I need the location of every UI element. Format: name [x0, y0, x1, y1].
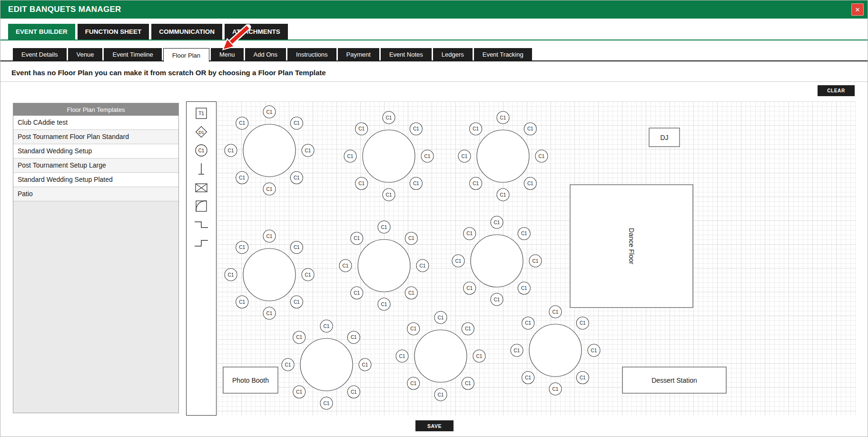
- chair[interactable]: C1: [405, 287, 417, 299]
- chair[interactable]: C1: [351, 232, 363, 245]
- chair[interactable]: C1: [293, 386, 306, 398]
- chair[interactable]: C1: [236, 117, 248, 129]
- chair[interactable]: C1: [529, 255, 542, 267]
- chair[interactable]: C1: [491, 293, 503, 306]
- chair[interactable]: C1: [378, 221, 390, 233]
- floor-plan-canvas[interactable]: C1C1C1C1C1C1C1C1C1C1C1C1C1C1C1C1C1C1C1C1…: [217, 101, 856, 416]
- chair[interactable]: C1: [225, 268, 237, 281]
- chair[interactable]: C1: [347, 331, 360, 344]
- stage-tool[interactable]: [192, 180, 210, 195]
- sub-tab-event-details[interactable]: Event Details: [13, 48, 67, 60]
- chair[interactable]: C1: [421, 150, 434, 162]
- chair[interactable]: C1: [473, 350, 485, 362]
- chair[interactable]: C1: [344, 150, 356, 162]
- chair[interactable]: C1: [462, 377, 474, 389]
- step-line-tool[interactable]: [192, 217, 210, 232]
- chair[interactable]: C1: [290, 296, 303, 308]
- chair[interactable]: C1: [407, 377, 420, 389]
- chair-c1-tool[interactable]: C1: [192, 143, 210, 158]
- table-t1-tool[interactable]: T1: [192, 106, 210, 121]
- chair[interactable]: C1: [549, 383, 562, 395]
- close-icon[interactable]: ✕: [851, 3, 864, 16]
- chair[interactable]: C1: [378, 298, 390, 310]
- dance-floor[interactable]: Dance Floor: [570, 185, 693, 308]
- sub-tab-instructions[interactable]: Instructions: [287, 48, 336, 60]
- sub-tab-add-ons[interactable]: Add Ons: [245, 48, 286, 60]
- chair[interactable]: C1: [347, 386, 360, 398]
- chair[interactable]: C1: [491, 216, 503, 228]
- chair[interactable]: C1: [497, 189, 509, 201]
- chair[interactable]: C1: [407, 323, 420, 335]
- round-table[interactable]: C1C1C1C1C1C1C1C1: [225, 230, 314, 319]
- save-button[interactable]: SAVE: [415, 420, 454, 431]
- chair[interactable]: C1: [524, 177, 536, 189]
- chair[interactable]: C1: [320, 397, 333, 409]
- round-table[interactable]: C1C1C1C1C1C1C1C1: [458, 111, 548, 201]
- sub-tab-payment[interactable]: Payment: [338, 48, 379, 60]
- chair[interactable]: C1: [470, 123, 482, 135]
- sub-tab-floor-plan[interactable]: Floor Plan: [163, 48, 209, 62]
- template-item-post-tournament-setup-large[interactable]: Post Tournament Setup Large: [13, 159, 178, 173]
- chair[interactable]: C1: [416, 259, 429, 272]
- round-table[interactable]: C1C1C1C1C1C1C1C1: [282, 320, 371, 409]
- main-tab-attachments[interactable]: ATTACHMENTS: [225, 24, 288, 40]
- sub-tab-venue[interactable]: Venue: [68, 48, 103, 60]
- chair[interactable]: C1: [410, 123, 422, 135]
- chair[interactable]: C1: [518, 282, 530, 294]
- chair[interactable]: C1: [535, 150, 548, 162]
- chair[interactable]: C1: [522, 371, 534, 384]
- chair[interactable]: C1: [263, 183, 276, 195]
- main-tab-communication[interactable]: COMMUNICATION: [151, 24, 222, 40]
- chair[interactable]: C1: [434, 388, 447, 401]
- chair[interactable]: C1: [511, 344, 523, 357]
- chair[interactable]: C1: [410, 177, 422, 189]
- chair[interactable]: C1: [320, 320, 333, 332]
- chair[interactable]: C1: [576, 371, 589, 384]
- chair[interactable]: C1: [462, 323, 474, 335]
- chair[interactable]: C1: [302, 268, 314, 281]
- chair[interactable]: C1: [282, 358, 294, 371]
- chair[interactable]: C1: [464, 282, 476, 294]
- chair[interactable]: C1: [549, 306, 562, 318]
- sub-tab-menu[interactable]: Menu: [211, 48, 244, 60]
- chair[interactable]: C1: [464, 228, 476, 240]
- chair[interactable]: C1: [290, 117, 303, 129]
- chair[interactable]: C1: [518, 228, 530, 240]
- template-item-patio[interactable]: Patio: [13, 187, 178, 201]
- chair[interactable]: C1: [359, 358, 371, 371]
- chair[interactable]: C1: [355, 177, 368, 189]
- chair[interactable]: C1: [290, 171, 303, 184]
- chair[interactable]: C1: [588, 344, 600, 357]
- template-item-standard-wedding-setup-plated[interactable]: Standard Wedding Setup Plated: [13, 173, 178, 187]
- line-tool[interactable]: [192, 161, 210, 177]
- chair[interactable]: C1: [576, 317, 589, 329]
- clear-button[interactable]: CLEAR: [818, 85, 855, 96]
- chair[interactable]: C1: [236, 296, 248, 308]
- chair[interactable]: C1: [236, 241, 248, 254]
- chair[interactable]: C1: [452, 255, 464, 267]
- photo-booth[interactable]: Photo Booth: [223, 367, 278, 393]
- round-table[interactable]: C1C1C1C1C1C1C1C1: [225, 106, 314, 195]
- round-table[interactable]: C1C1C1C1C1C1C1C1: [452, 216, 542, 306]
- sub-tab-event-timeline[interactable]: Event Timeline: [104, 48, 161, 60]
- chair[interactable]: C1: [434, 311, 447, 324]
- diamond-d1-tool[interactable]: D1: [192, 124, 210, 139]
- dessert-station[interactable]: Dessert Station: [622, 367, 726, 393]
- chair[interactable]: C1: [470, 177, 482, 189]
- chair[interactable]: C1: [383, 189, 395, 201]
- sub-tab-ledgers[interactable]: Ledgers: [433, 48, 473, 60]
- chair[interactable]: C1: [405, 232, 417, 245]
- chair[interactable]: C1: [302, 144, 314, 157]
- template-item-standard-wedding-setup[interactable]: Standard Wedding Setup: [13, 144, 178, 159]
- main-tab-event-builder[interactable]: EVENT BUILDER: [8, 24, 75, 40]
- chair[interactable]: C1: [458, 150, 471, 162]
- chair[interactable]: C1: [383, 111, 395, 124]
- template-item-post-tournament-floor-plan-standard[interactable]: Post Tournament Floor Plan Standard: [13, 130, 178, 144]
- dj-booth[interactable]: DJ: [649, 128, 680, 147]
- chair[interactable]: C1: [263, 106, 276, 118]
- arc-tool[interactable]: [192, 199, 210, 214]
- chair[interactable]: C1: [522, 317, 534, 329]
- chair[interactable]: C1: [236, 171, 248, 184]
- template-item-club-caddie-test[interactable]: Club CAddie test: [13, 116, 178, 130]
- chair[interactable]: C1: [396, 350, 408, 362]
